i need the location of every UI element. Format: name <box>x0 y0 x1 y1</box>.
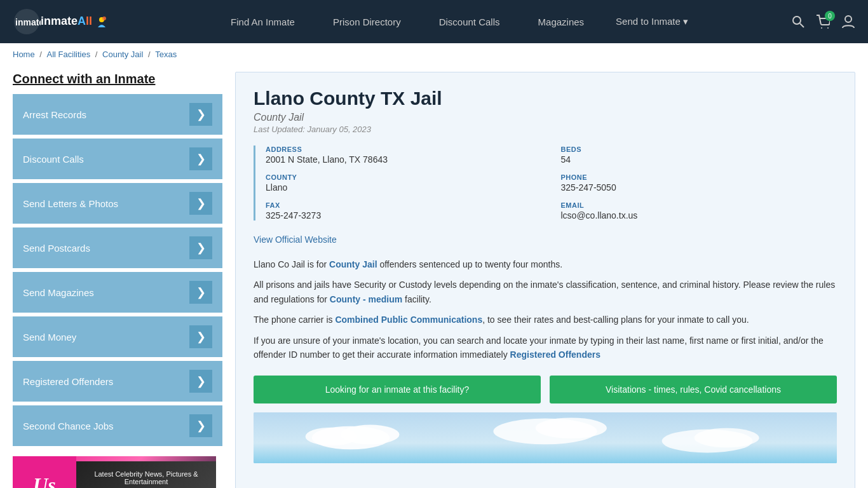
arrow-icon: ❯ <box>189 370 212 393</box>
address-value: 2001 N State, Llano, TX 78643 <box>266 154 542 165</box>
svg-text:inmate: inmate <box>15 17 41 27</box>
logo-icon-small <box>95 16 108 29</box>
user-icon <box>841 15 855 29</box>
description-2: All prisons and jails have Security or C… <box>254 278 837 306</box>
phone-value: 325-247-5050 <box>561 182 837 193</box>
county-medium-link[interactable]: County - medium <box>330 294 402 304</box>
email-field: EMAIL lcso@co.llano.tx.us <box>561 201 837 220</box>
sidebar-item-second-chance-jobs[interactable]: Second Chance Jobs ❯ <box>13 405 222 446</box>
description-3: The phone carrier is Combined Public Com… <box>254 313 837 327</box>
address-label: ADDRESS <box>266 146 542 153</box>
user-button[interactable] <box>841 15 855 29</box>
nav-send-to-inmate[interactable]: Send to Inmate ▾ <box>603 0 701 43</box>
facility-subtitle: County Jail <box>254 112 837 123</box>
county-value: Llano <box>266 182 542 193</box>
email-value: lcso@co.llano.tx.us <box>561 210 837 220</box>
logo-icon: inmate <box>13 8 41 36</box>
navigation: inmate inmateAll Find An Inmate Prison D… <box>0 0 868 43</box>
svg-point-16 <box>695 428 759 448</box>
official-website-link[interactable]: View Official Website <box>254 234 337 245</box>
sidebar-item-registered-offenders[interactable]: Registered Offenders ❯ <box>13 361 222 402</box>
sky-image <box>254 412 837 463</box>
action-buttons: Looking for an inmate at this facility? … <box>254 376 837 403</box>
svg-point-4 <box>793 17 801 24</box>
facility-updated: Last Updated: January 05, 2023 <box>254 125 837 134</box>
beds-label: BEDS <box>561 146 837 153</box>
description-1: Llano Co Jail is for County Jail offende… <box>254 257 837 271</box>
registered-offenders-link[interactable]: Registered Offenders <box>510 349 600 360</box>
sidebar-item-send-money[interactable]: Send Money ❯ <box>13 316 222 357</box>
fax-field: FAX 325-247-3273 <box>266 201 542 220</box>
main-layout: Connect with an Inmate Arrest Records ❯ … <box>0 65 868 488</box>
county-label: COUNTY <box>266 173 542 181</box>
search-button[interactable] <box>792 15 804 28</box>
sidebar-item-send-letters[interactable]: Send Letters & Photos ❯ <box>13 183 222 224</box>
beds-field: BEDS 54 <box>561 146 837 165</box>
info-grid: ADDRESS 2001 N State, Llano, TX 78643 BE… <box>254 146 837 220</box>
nav-icons: 0 <box>792 15 855 29</box>
arrow-icon: ❯ <box>189 103 212 126</box>
sidebar-item-label: Send Letters & Photos <box>23 198 118 209</box>
sidebar-title: Connect with an Inmate <box>13 72 222 86</box>
sidebar-item-label: Send Magazines <box>23 287 94 298</box>
svg-point-8 <box>845 16 851 22</box>
sidebar-item-label: Send Money <box>23 332 76 342</box>
visitations-button[interactable]: Visitations - times, rules, Covid cancel… <box>550 376 837 403</box>
arrow-icon: ❯ <box>189 147 212 170</box>
breadcrumb-home[interactable]: Home <box>13 50 35 59</box>
nav-magazines[interactable]: Magazines <box>519 0 604 43</box>
sidebar-item-send-magazines[interactable]: Send Magazines ❯ <box>13 272 222 313</box>
sidebar-item-arrest-records[interactable]: Arrest Records ❯ <box>13 94 222 135</box>
arrow-icon: ❯ <box>189 236 212 259</box>
arrow-icon: ❯ <box>189 325 212 348</box>
nav-prison-directory[interactable]: Prison Directory <box>314 0 420 43</box>
fax-label: FAX <box>266 201 542 209</box>
nav-find-inmate[interactable]: Find An Inmate <box>212 0 314 43</box>
sidebar-item-label: Discount Calls <box>23 154 84 165</box>
looking-for-inmate-button[interactable]: Looking for an inmate at this facility? <box>254 376 541 403</box>
bottom-image <box>254 412 837 463</box>
cart-button[interactable]: 0 <box>816 15 830 29</box>
sidebar-item-label: Second Chance Jobs <box>23 421 114 431</box>
phone-label: PHONE <box>561 173 837 181</box>
sidebar-item-label: Send Postcards <box>23 243 90 254</box>
ad-headline: Latest Celebrity News, Pictures & Entert… <box>81 466 211 489</box>
county-jail-link-1[interactable]: County Jail <box>329 259 377 269</box>
arrow-icon: ❯ <box>189 192 212 215</box>
sidebar-item-label: Arrest Records <box>23 109 86 120</box>
nav-discount-calls[interactable]: Discount Calls <box>420 0 519 43</box>
svg-point-14 <box>536 418 607 439</box>
sidebar-item-label: Registered Offenders <box>23 376 113 387</box>
breadcrumb: Home / All Facilities / County Jail / Te… <box>0 43 868 65</box>
description-4: If you are unsure of your inmate's locat… <box>254 334 837 362</box>
beds-value: 54 <box>561 154 837 165</box>
sidebar-ad[interactable]: Us Latest Celebrity News, Pictures & Ent… <box>13 456 216 488</box>
breadcrumb-all-facilities[interactable]: All Facilities <box>47 50 91 59</box>
phone-field: PHONE 325-247-5050 <box>561 173 837 193</box>
svg-point-12 <box>306 428 358 446</box>
county-field: COUNTY Llano <box>266 173 542 193</box>
nav-links: Find An Inmate Prison Directory Discount… <box>140 0 773 43</box>
arrow-icon: ❯ <box>189 414 212 437</box>
facility-title: Llano County TX Jail <box>254 88 837 109</box>
svg-point-6 <box>821 27 822 29</box>
svg-line-5 <box>800 24 804 27</box>
address-field: ADDRESS 2001 N State, Llano, TX 78643 <box>266 146 542 165</box>
breadcrumb-state[interactable]: Texas <box>155 50 177 59</box>
svg-point-7 <box>827 27 829 29</box>
content-panel: Llano County TX Jail County Jail Last Up… <box>235 72 855 488</box>
sidebar-item-send-postcards[interactable]: Send Postcards ❯ <box>13 227 222 268</box>
phone-carrier-link[interactable]: Combined Public Communications <box>335 315 482 325</box>
logo[interactable]: inmate inmateAll <box>13 8 108 36</box>
breadcrumb-county-jail[interactable]: County Jail <box>102 50 143 59</box>
fax-value: 325-247-3273 <box>266 210 542 220</box>
email-label: EMAIL <box>561 201 837 209</box>
cart-badge: 0 <box>825 11 835 21</box>
arrow-icon: ❯ <box>189 281 212 304</box>
svg-point-3 <box>102 17 106 20</box>
sidebar: Connect with an Inmate Arrest Records ❯ … <box>13 72 222 488</box>
logo-text: inmateAll <box>41 15 108 28</box>
search-icon <box>792 15 804 28</box>
ad-logo: Us <box>27 467 62 489</box>
sidebar-item-discount-calls[interactable]: Discount Calls ❯ <box>13 139 222 179</box>
